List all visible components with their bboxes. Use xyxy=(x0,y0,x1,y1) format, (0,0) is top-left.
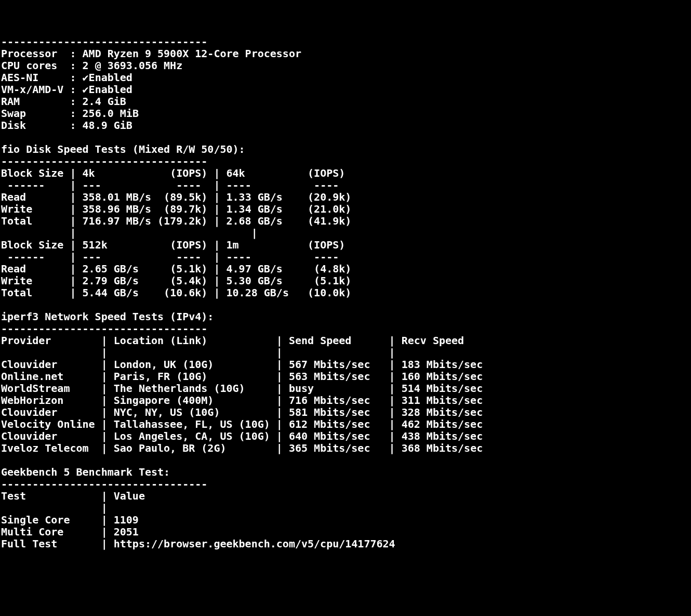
iperf-location: NYC, NY, US (10G) xyxy=(114,406,220,418)
iperf-location: Los Angeles, CA, US (10G) xyxy=(114,430,270,442)
cores-value: 2 @ 3693.056 MHz xyxy=(83,59,183,72)
fio-write-64k-iops: (21.0k) xyxy=(308,203,351,215)
geekbench-title: Geekbench 5 Benchmark Test: xyxy=(1,466,170,478)
divider: --------------------------------- xyxy=(1,35,207,48)
iperf-provider: Clouvider xyxy=(1,430,57,442)
fio-col-1m: 1m xyxy=(227,239,239,251)
iperf-location: Paris, FR (10G) xyxy=(114,370,208,383)
iperf-location: London, UK (10G) xyxy=(114,358,214,371)
sub-dash: ---- xyxy=(314,179,339,191)
gb-full-label: Full Test xyxy=(1,538,57,550)
fio-total-1m: 10.28 GB/s xyxy=(227,286,289,299)
iperf-location: Sao Paulo, BR (2G) xyxy=(114,442,227,454)
fio-read-512k-iops: (5.1k) xyxy=(170,263,207,275)
fio-read-1m: 4.97 GB/s xyxy=(227,263,283,275)
fio-total-64k-iops: (41.9k) xyxy=(308,215,351,227)
iperf-recv: 462 Mbits/sec xyxy=(402,418,483,430)
ram-label: RAM : xyxy=(1,95,76,108)
fio-total-label: Total xyxy=(1,286,32,299)
iperf-recv: 183 Mbits/sec xyxy=(402,358,483,371)
iperf-location: The Netherlands (10G) xyxy=(114,382,245,395)
sub-dash: ---- xyxy=(176,179,207,191)
iperf-recv: 311 Mbits/sec xyxy=(402,394,483,407)
sub-dash: ------ xyxy=(1,251,63,263)
iperf-send: busy xyxy=(289,382,314,395)
cores-label: CPU cores : xyxy=(1,59,76,72)
iperf-provider: WorldStream xyxy=(1,382,70,395)
fio-title: fio Disk Speed Tests (Mixed R/W 50/50): xyxy=(1,143,245,155)
iperf-hdr-provider: Provider xyxy=(1,334,51,347)
sub-dash: ---- xyxy=(314,251,339,263)
fio-total-4k: 716.97 MB/s xyxy=(83,215,151,227)
aesni-label: AES-NI : xyxy=(1,71,76,84)
iperf-send: 640 Mbits/sec xyxy=(289,430,370,442)
fio-write-1m-iops: (5.1k) xyxy=(314,274,351,287)
divider: --------------------------------- xyxy=(1,478,207,490)
iperf-recv: 328 Mbits/sec xyxy=(402,406,483,418)
iperf-provider: Clouvider xyxy=(1,358,57,371)
sub-dash: --- xyxy=(83,251,101,263)
iperf-title: iperf3 Network Speed Tests (IPv4): xyxy=(1,310,214,323)
fio-read-512k: 2.65 GB/s xyxy=(83,263,139,275)
fio-total-64k: 2.68 GB/s xyxy=(227,215,283,227)
fio-write-1m: 5.30 GB/s xyxy=(227,274,283,287)
iperf-recv: 514 Mbits/sec xyxy=(402,382,483,395)
iops-label: (IOPS) xyxy=(308,239,345,251)
fio-header-block: Block Size xyxy=(1,167,63,179)
gb-hdr-test: Test xyxy=(1,490,26,502)
check-icon: ✔ xyxy=(83,84,89,96)
fio-write-512k: 2.79 GB/s xyxy=(83,274,139,287)
iperf-send: 612 Mbits/sec xyxy=(289,418,370,430)
fio-read-64k: 1.33 GB/s xyxy=(227,191,283,203)
iperf-location: Singapore (400M) xyxy=(114,394,214,407)
aesni-value: Enabled xyxy=(89,71,132,84)
disk-value: 48.9 GiB xyxy=(83,119,132,132)
swap-value: 256.0 MiB xyxy=(83,107,139,120)
processor-value: AMD Ryzen 9 5900X 12-Core Processor xyxy=(83,47,301,60)
iperf-provider: Velocity Online xyxy=(1,418,95,430)
vmx-label: VM-x/AMD-V : xyxy=(1,83,76,96)
fio-write-label: Write xyxy=(1,203,32,215)
gb-full-url[interactable]: https://browser.geekbench.com/v5/cpu/141… xyxy=(114,538,395,550)
fio-read-64k-iops: (20.9k) xyxy=(308,191,351,203)
iperf-send: 365 Mbits/sec xyxy=(289,442,370,454)
fio-col-64k: 64k xyxy=(227,167,245,179)
fio-write-4k-iops: (89.7k) xyxy=(164,203,207,215)
gb-multi-label: Multi Core xyxy=(1,526,63,538)
iperf-location: Tallahassee, FL, US (10G) xyxy=(114,418,270,430)
fio-read-label: Read xyxy=(1,263,26,275)
iperf-provider: Iveloz Telecom xyxy=(1,442,89,454)
vmx-value: Enabled xyxy=(89,83,132,96)
fio-total-label: Total xyxy=(1,215,32,227)
iperf-hdr-send: Send Speed xyxy=(289,334,351,347)
gb-single-value: 1109 xyxy=(114,514,139,526)
fio-read-4k: 358.01 MB/s xyxy=(83,191,151,203)
fio-total-512k: 5.44 GB/s xyxy=(83,286,139,299)
sub-dash: ---- xyxy=(176,251,207,263)
gb-single-label: Single Core xyxy=(1,514,70,526)
swap-label: Swap : xyxy=(1,107,76,120)
iperf-send: 716 Mbits/sec xyxy=(289,394,370,407)
check-icon: ✔ xyxy=(83,72,89,84)
sub-dash: --- xyxy=(83,179,101,191)
fio-write-512k-iops: (5.4k) xyxy=(170,274,207,287)
fio-header-block: Block Size xyxy=(1,239,63,251)
iperf-recv: 368 Mbits/sec xyxy=(402,442,483,454)
iperf-send: 563 Mbits/sec xyxy=(289,370,370,383)
fio-total-4k-iops: (179.2k) xyxy=(157,215,207,227)
iperf-provider: Clouvider xyxy=(1,406,57,418)
fio-total-512k-iops: (10.6k) xyxy=(164,286,207,299)
iperf-hdr-recv: Recv Speed xyxy=(402,334,464,347)
fio-write-64k: 1.34 GB/s xyxy=(227,203,283,215)
iperf-provider: WebHorizon xyxy=(1,394,63,407)
iops-label: (IOPS) xyxy=(170,239,207,251)
gb-multi-value: 2051 xyxy=(114,526,139,538)
iperf-recv: 160 Mbits/sec xyxy=(402,370,483,383)
divider: --------------------------------- xyxy=(1,155,207,167)
sub-dash: ---- xyxy=(227,179,251,191)
fio-write-4k: 358.96 MB/s xyxy=(83,203,151,215)
iperf-send: 567 Mbits/sec xyxy=(289,358,370,371)
divider: --------------------------------- xyxy=(1,322,207,335)
processor-label: Processor : xyxy=(1,47,76,60)
ram-value: 2.4 GiB xyxy=(83,95,126,108)
